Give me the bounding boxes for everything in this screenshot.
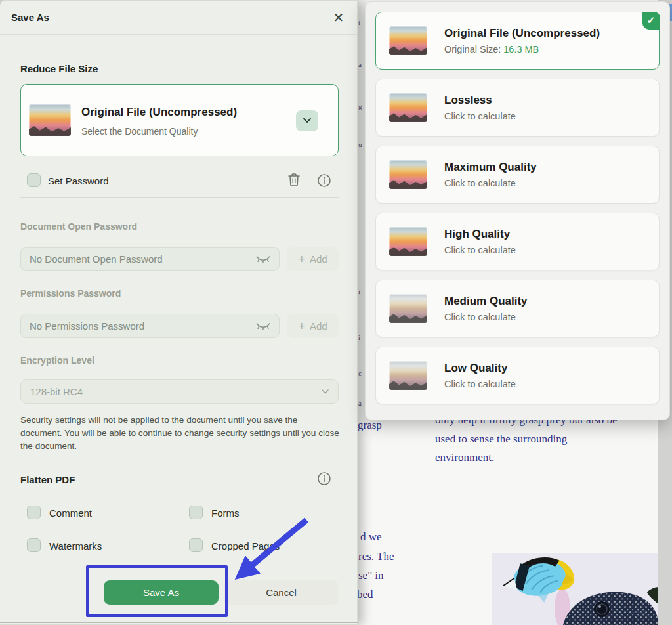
password-info-button[interactable] xyxy=(317,173,331,190)
cropped-pages-checkbox[interactable] xyxy=(189,538,203,552)
doc-fragment: res. The xyxy=(358,550,394,563)
save-as-button[interactable]: Save As xyxy=(104,580,219,605)
fish-illustration xyxy=(492,553,658,625)
quality-option-subtitle: Original Size: 16.3 MB xyxy=(444,44,600,54)
cancel-button[interactable]: Cancel xyxy=(224,580,339,605)
selected-check-icon: ✓ xyxy=(642,12,660,30)
doc-edge-fragment: a xyxy=(358,399,362,407)
trash-icon xyxy=(287,172,301,188)
add-permissions-password-button[interactable]: + Add xyxy=(287,314,339,338)
quality-thumbnail xyxy=(389,294,427,323)
quality-option-title: High Quality xyxy=(444,228,516,241)
quality-option-title: Low Quality xyxy=(444,362,516,375)
doc-edge-fragment: t xyxy=(358,18,360,26)
quality-option-title: Lossless xyxy=(444,94,516,107)
doc-paragraph-line: environment. xyxy=(435,451,494,464)
document-quality-selector[interactable]: Original File (Uncompressed) Select the … xyxy=(20,84,339,156)
doc-fragment: d we xyxy=(360,530,382,544)
close-icon[interactable]: ✕ xyxy=(331,10,346,26)
eye-off-icon[interactable] xyxy=(256,322,270,331)
screen: t a g u i i c a grasp only help it firml… xyxy=(0,0,672,625)
dialog-header: Save As ✕ xyxy=(0,1,357,35)
encryption-level-label: Encryption Level xyxy=(20,355,94,366)
quality-option-medium[interactable]: Medium Quality Click to calculate xyxy=(375,280,660,337)
comment-checkbox[interactable] xyxy=(27,506,41,519)
chevron-down-icon xyxy=(322,389,329,394)
doc-edge-fragment: u xyxy=(358,140,362,148)
forms-label: Forms xyxy=(211,507,240,519)
chevron-down-icon xyxy=(303,118,311,123)
quality-thumbnail xyxy=(389,227,427,256)
doc-fragment: bed xyxy=(357,588,373,601)
quality-option-title: Medium Quality xyxy=(444,295,528,308)
size-value: 16.3 MB xyxy=(503,44,539,54)
doc-open-password-label: Document Open Password xyxy=(20,221,137,232)
quality-thumbnail xyxy=(389,361,427,390)
quality-option-subtitle: Click to calculate xyxy=(444,178,537,188)
quality-option-maximum[interactable]: Maximum Quality Click to calculate xyxy=(375,146,660,204)
quality-dropdown-button[interactable] xyxy=(296,110,318,131)
quality-option-title: Maximum Quality xyxy=(444,161,537,174)
add-doc-open-password-button[interactable]: + Add xyxy=(287,247,339,271)
divider xyxy=(20,197,339,198)
add-button-label: Add xyxy=(310,320,327,332)
watermarks-label: Watermarks xyxy=(49,540,102,551)
eye-off-icon[interactable] xyxy=(256,255,270,264)
quality-option-subtitle: Click to calculate xyxy=(444,111,516,121)
watermarks-checkbox[interactable] xyxy=(27,538,41,552)
comment-label: Comment xyxy=(49,507,92,519)
permissions-password-input[interactable]: No Permissions Password xyxy=(20,314,280,338)
doc-edge-fragment: i xyxy=(358,288,360,295)
doc-edge-fragment: g xyxy=(358,102,362,110)
set-password-label: Set Password xyxy=(48,175,109,186)
delete-password-button[interactable] xyxy=(287,172,301,190)
doc-edge-fragment: c xyxy=(358,369,362,377)
quality-option-subtitle: Click to calculate xyxy=(444,312,528,322)
selected-quality-subtitle: Select the Document Quality xyxy=(81,126,198,137)
doc-paragraph-line: used to sense the surrounding xyxy=(435,433,567,446)
permissions-password-label: Permissions Password xyxy=(20,288,121,299)
quality-thumbnail xyxy=(29,104,71,136)
add-button-label: Add xyxy=(310,253,327,265)
size-label: Original Size: xyxy=(444,44,503,54)
quality-thumbnail xyxy=(389,26,427,55)
info-icon xyxy=(317,173,331,188)
doc-open-password-input[interactable]: No Document Open Password xyxy=(20,247,280,271)
flatten-info-button[interactable] xyxy=(317,471,331,488)
cropped-pages-label: Cropped Pages xyxy=(211,540,280,551)
doc-edge-fragment: i xyxy=(358,334,360,341)
plus-icon: + xyxy=(298,253,305,265)
flatten-pdf-heading: Flatten PDF xyxy=(20,474,75,485)
fish-photo xyxy=(492,553,658,625)
security-note: Security settings will not be applied to… xyxy=(20,414,340,453)
quality-dropdown-panel: ✓ Original File (Uncompressed) Original … xyxy=(365,1,670,420)
dialog-bottom-edge xyxy=(0,622,358,623)
permissions-password-value: No Permissions Password xyxy=(30,320,256,332)
quality-thumbnail xyxy=(389,160,427,189)
dialog-title: Save As xyxy=(11,12,49,23)
quality-option-lossless[interactable]: Lossless Click to calculate xyxy=(375,79,660,137)
set-password-checkbox[interactable] xyxy=(27,173,41,187)
encryption-level-select[interactable]: 128-bit RC4 xyxy=(20,379,339,404)
doc-open-password-value: No Document Open Password xyxy=(30,253,256,265)
quality-option-high[interactable]: High Quality Click to calculate xyxy=(375,213,660,270)
selected-quality-title: Original File (Uncompressed) xyxy=(81,106,237,119)
doc-fragment: se" in xyxy=(358,569,384,582)
save-as-dialog: Save As ✕ Reduce File Size Original File… xyxy=(0,0,358,625)
plus-icon: + xyxy=(298,320,305,332)
encryption-level-value: 128-bit RC4 xyxy=(30,386,83,397)
doc-edge-fragment: a xyxy=(358,60,362,68)
quality-option-subtitle: Click to calculate xyxy=(444,245,516,255)
info-icon xyxy=(317,471,331,486)
quality-option-original[interactable]: ✓ Original File (Uncompressed) Original … xyxy=(375,12,660,70)
quality-thumbnail xyxy=(389,93,427,122)
quality-option-subtitle: Click to calculate xyxy=(444,379,516,389)
doc-word-grasp: grasp xyxy=(358,419,382,432)
forms-checkbox[interactable] xyxy=(189,506,203,519)
quality-option-low[interactable]: Low Quality Click to calculate xyxy=(375,347,660,404)
quality-option-title: Original File (Uncompressed) xyxy=(444,27,600,40)
reduce-file-size-heading: Reduce File Size xyxy=(20,63,98,74)
